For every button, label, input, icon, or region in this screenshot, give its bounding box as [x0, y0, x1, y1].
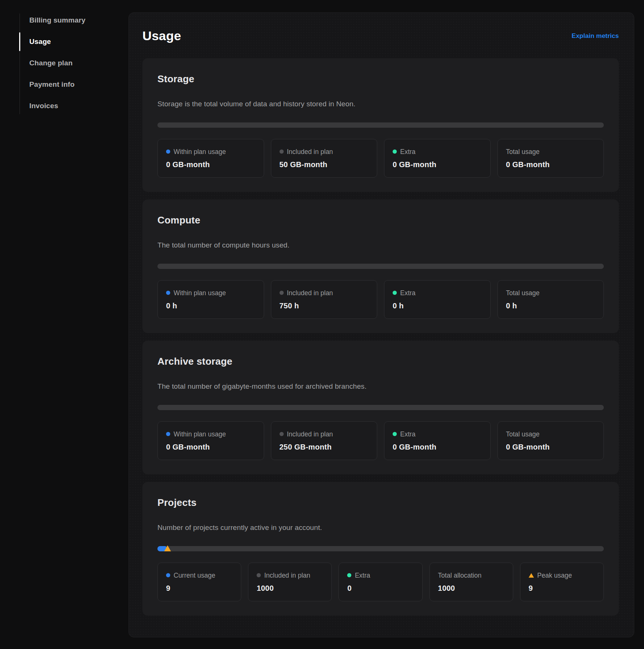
stat-value: 1000	[438, 584, 505, 593]
stat-label-row: Total allocation	[438, 571, 505, 580]
stat-label-row: Extra	[393, 147, 482, 157]
stat-box-included-in-plan: Included in plan50 GB-month	[271, 139, 378, 178]
section-title: Projects	[157, 497, 604, 509]
stat-box-within-plan-usage: Within plan usage0 h	[157, 280, 264, 319]
sidebar-item-invoices[interactable]: Invoices	[20, 101, 113, 110]
stat-label: Within plan usage	[174, 288, 226, 298]
stat-label: Total allocation	[438, 571, 482, 580]
stat-label-row: Included in plan	[280, 429, 369, 439]
stat-box-within-plan-usage: Within plan usage0 GB-month	[157, 139, 264, 178]
stats-grid: Current usage9Included in plan1000Extra0…	[157, 563, 604, 601]
sidebar-item-billing-summary[interactable]: Billing summary	[20, 16, 113, 25]
stat-value: 0 h	[166, 302, 255, 310]
blue-dot-icon	[166, 432, 170, 436]
stat-box-included-in-plan: Included in plan750 h	[271, 280, 378, 319]
section-compute: ComputeThe total number of compute hours…	[142, 199, 619, 333]
stat-box-extra: Extra0 GB-month	[384, 139, 491, 178]
stat-value: 0 h	[393, 302, 482, 310]
stat-label: Peak usage	[537, 571, 572, 580]
stat-label-row: Extra	[347, 571, 414, 580]
stat-value: 9	[166, 584, 233, 593]
usage-progress-bar	[157, 405, 604, 410]
section-title: Compute	[157, 214, 604, 226]
panel-header: Usage Explain metrics	[142, 26, 619, 43]
section-storage: StorageStorage is the total volume of da…	[142, 58, 619, 192]
stat-label-row: Included in plan	[257, 571, 323, 580]
stat-label-row: Extra	[393, 288, 482, 298]
stat-label-row: Within plan usage	[166, 147, 255, 157]
usage-panel: Usage Explain metrics StorageStorage is …	[128, 12, 634, 637]
stat-value: 0 GB-month	[166, 443, 255, 451]
stat-box-total-usage: Total usage0 GB-month	[497, 139, 604, 178]
stat-box-extra: Extra0 GB-month	[384, 421, 491, 460]
stats-grid: Within plan usage0 GB-monthIncluded in p…	[157, 139, 604, 178]
stat-value: 0 GB-month	[393, 443, 482, 451]
stat-value: 0	[347, 584, 414, 593]
stat-label: Included in plan	[287, 288, 333, 298]
stat-label-row: Total usage	[506, 429, 596, 439]
stat-label-row: Current usage	[166, 571, 233, 580]
stat-value: 1000	[257, 584, 323, 593]
section-description: The total number of compute hours used.	[157, 241, 604, 249]
gray-dot-icon	[257, 573, 261, 577]
usage-progress-bar	[157, 264, 604, 269]
section-archive-storage: Archive storageThe total number of gigab…	[142, 341, 619, 474]
stat-label-row: Within plan usage	[166, 429, 255, 439]
stat-value: 250 GB-month	[280, 443, 369, 451]
section-description: The total number of gigabyte-months used…	[157, 382, 604, 391]
stat-label: Included in plan	[287, 147, 333, 157]
green-dot-icon	[393, 432, 397, 436]
stat-label: Total usage	[506, 147, 540, 157]
stat-box-peak-usage: Peak usage9	[520, 563, 604, 601]
stat-label: Total usage	[506, 429, 540, 439]
stat-label: Within plan usage	[174, 147, 226, 157]
stat-label-row: Total usage	[506, 288, 596, 298]
stat-value: 9	[529, 584, 595, 593]
usage-sections: StorageStorage is the total volume of da…	[142, 58, 619, 616]
stat-value: 0 h	[506, 302, 596, 310]
stat-value: 750 h	[280, 302, 369, 310]
gray-dot-icon	[280, 149, 284, 154]
stat-label: Current usage	[174, 571, 215, 580]
section-description: Number of projects currently active in y…	[157, 524, 604, 532]
green-dot-icon	[393, 291, 397, 295]
section-title: Archive storage	[157, 356, 604, 367]
stat-label: Included in plan	[287, 429, 333, 439]
peak-triangle-icon	[529, 573, 534, 578]
green-dot-icon	[393, 149, 397, 154]
stat-label: Included in plan	[264, 571, 310, 580]
usage-progress-bar	[157, 122, 604, 128]
sidebar-item-change-plan[interactable]: Change plan	[20, 59, 113, 68]
stat-box-within-plan-usage: Within plan usage0 GB-month	[157, 421, 264, 460]
stat-label-row: Included in plan	[280, 288, 369, 298]
gray-dot-icon	[280, 432, 284, 436]
stat-box-current-usage: Current usage9	[157, 563, 241, 601]
usage-progress-bar	[157, 546, 604, 551]
explain-metrics-link[interactable]: Explain metrics	[571, 32, 619, 40]
blue-dot-icon	[166, 573, 170, 577]
sidebar-item-payment-info[interactable]: Payment info	[20, 80, 113, 89]
stat-box-included-in-plan: Included in plan250 GB-month	[271, 421, 378, 460]
stat-box-extra: Extra0	[339, 563, 422, 601]
stat-value: 0 GB-month	[393, 160, 482, 169]
page-title: Usage	[142, 29, 181, 43]
section-title: Storage	[157, 73, 604, 85]
stats-grid: Within plan usage0 hIncluded in plan750 …	[157, 280, 604, 319]
stat-label: Extra	[400, 429, 416, 439]
stat-box-total-allocation: Total allocation1000	[429, 563, 513, 601]
stat-box-total-usage: Total usage0 GB-month	[497, 421, 604, 460]
stat-label: Extra	[400, 288, 416, 298]
sidebar-item-usage[interactable]: Usage	[20, 37, 113, 46]
gray-dot-icon	[280, 291, 284, 295]
stat-box-extra: Extra0 h	[384, 280, 491, 319]
stat-label-row: Within plan usage	[166, 288, 255, 298]
blue-dot-icon	[166, 149, 170, 154]
billing-sidebar: Billing summaryUsageChange planPayment i…	[20, 14, 113, 114]
stats-grid: Within plan usage0 GB-monthIncluded in p…	[157, 421, 604, 460]
stat-label: Extra	[400, 147, 416, 157]
blue-dot-icon	[166, 291, 170, 295]
stat-label: Within plan usage	[174, 429, 226, 439]
stat-value: 0 GB-month	[506, 160, 596, 169]
peak-usage-marker-icon	[164, 545, 171, 551]
stat-box-total-usage: Total usage0 h	[497, 280, 604, 319]
